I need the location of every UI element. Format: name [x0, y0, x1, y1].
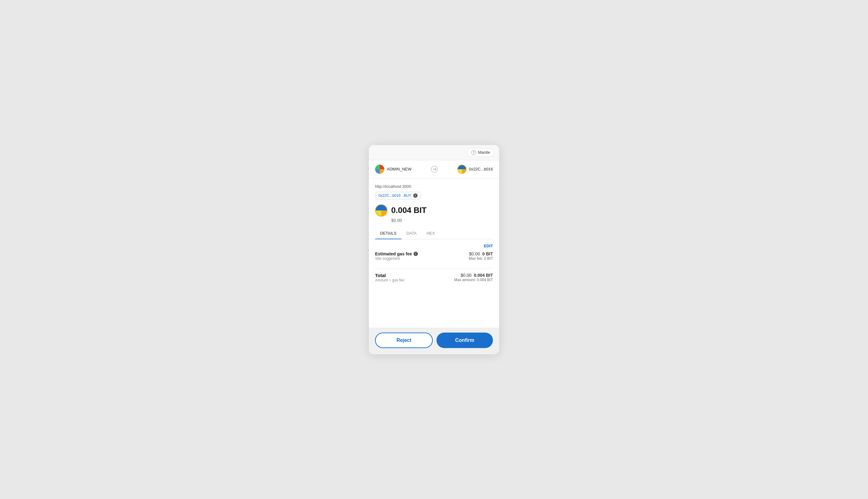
site-url: http://localhost:3000 — [375, 184, 493, 189]
total-row: Total Amount + gas fee $0.00 0.004 BIT M… — [375, 273, 493, 283]
usd-value: $0.00 — [375, 218, 493, 223]
gas-fee-main: $0.00 0 BIT — [469, 251, 493, 256]
transfer-arrow-icon — [415, 166, 453, 173]
gas-fee-row: Estimated gas fee i Site suggested $0.00… — [375, 251, 493, 265]
to-avatar — [457, 165, 466, 174]
total-values: $0.00 0.004 BIT Max amount: 0.004 BIT — [454, 273, 493, 282]
total-main: $0.00 0.004 BIT — [454, 273, 493, 278]
network-label: Mantle — [478, 150, 490, 155]
reject-button[interactable]: Reject — [375, 332, 433, 348]
total-sub: Max amount: 0.004 BIT — [454, 278, 493, 282]
details-section: EDIT Estimated gas fee i Site suggested … — [369, 239, 499, 290]
tabs-row: DETAILS DATA HEX — [375, 228, 493, 239]
contract-badge: 0x22C...b016 : BUY i — [375, 192, 421, 199]
from-account-name: ADMIN_NEW — [387, 167, 411, 171]
gas-fee-values: $0.00 0 BIT Max fee: 0 BIT — [469, 251, 493, 261]
tab-data[interactable]: DATA — [402, 228, 421, 239]
edit-link-row: EDIT — [375, 244, 493, 248]
from-account: ADMIN_NEW — [375, 165, 411, 174]
token-icon — [375, 204, 388, 217]
gas-fee-info-icon[interactable]: i — [414, 252, 418, 256]
to-account: 0x22C...b016 — [457, 165, 493, 174]
network-badge[interactable]: ? Mantle — [467, 148, 494, 157]
buttons-row: Reject Confirm — [369, 328, 499, 354]
main-content: http://localhost:3000 0x22C...b016 : BUY… — [369, 179, 499, 239]
help-icon: ? — [471, 150, 476, 155]
accounts-row: ADMIN_NEW 0x22C...b016 — [369, 160, 499, 179]
spacer — [369, 290, 499, 328]
gas-fee-sub: Max fee: 0 BIT — [469, 256, 493, 261]
contract-address: 0x22C...b016 : BUY — [379, 193, 411, 198]
section-divider — [375, 268, 493, 268]
tab-hex[interactable]: HEX — [421, 228, 440, 239]
edit-button[interactable]: EDIT — [484, 244, 493, 248]
total-sublabel: Amount + gas fee — [375, 278, 404, 282]
amount-value: 0.004 BIT — [391, 206, 427, 215]
to-account-address: 0x22C...b016 — [469, 167, 493, 171]
gas-fee-label: Estimated gas fee i — [375, 251, 418, 256]
contract-info-icon[interactable]: i — [413, 193, 418, 198]
from-avatar — [375, 165, 384, 174]
tab-details[interactable]: DETAILS — [375, 228, 402, 239]
total-label: Total — [375, 273, 404, 278]
amount-section: 0.004 BIT — [375, 204, 493, 217]
top-bar: ? Mantle — [369, 145, 499, 160]
gas-fee-sublabel: Site suggested — [375, 256, 418, 261]
confirm-button[interactable]: Confirm — [437, 332, 493, 348]
